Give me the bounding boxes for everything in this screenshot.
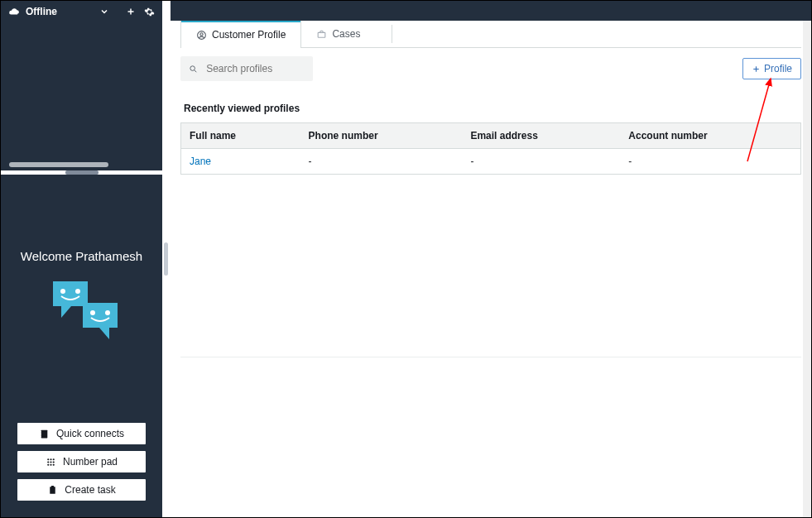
- agent-status-bar: Offline: [1, 1, 162, 22]
- search-profiles-field[interactable]: [180, 56, 313, 81]
- main-header-bar: [171, 1, 811, 21]
- svg-point-15: [53, 461, 55, 463]
- ccp-empty-area: [1, 22, 162, 170]
- plus-icon[interactable]: [124, 5, 137, 18]
- svg-rect-8: [41, 433, 41, 434]
- briefcase-icon: [316, 29, 327, 40]
- col-account: Account number: [620, 123, 800, 149]
- table-header-row: Full name Phone number Email address Acc…: [181, 123, 801, 149]
- vertical-scrollbar[interactable]: [803, 21, 811, 517]
- welcome-panel: Welcome Prathamesh: [1, 175, 162, 517]
- user-circle-icon: [196, 30, 207, 41]
- svg-point-24: [190, 65, 195, 70]
- horizontal-scrollbar[interactable]: [1, 162, 162, 167]
- svg-point-4: [90, 310, 95, 315]
- number-pad-label: Number pad: [63, 456, 118, 468]
- agent-sidebar: Offline Welcome Prathamesh: [1, 1, 162, 517]
- tab-customer-profile[interactable]: Customer Profile: [180, 21, 301, 48]
- svg-point-16: [47, 463, 49, 465]
- main-area: Customer Profile Cases Profile: [171, 1, 811, 517]
- svg-point-22: [200, 32, 203, 35]
- col-full-name: Full name: [181, 123, 300, 149]
- svg-rect-9: [41, 435, 41, 436]
- cell-account: -: [620, 149, 800, 175]
- cell-email: -: [462, 149, 620, 175]
- welcome-text: Welcome Prathamesh: [21, 249, 142, 263]
- profile-link[interactable]: Jane: [190, 156, 211, 167]
- clipboard-icon: [47, 485, 58, 496]
- cell-phone: -: [300, 149, 463, 175]
- svg-point-3: [75, 289, 80, 294]
- create-task-button[interactable]: Create task: [17, 479, 146, 501]
- profile-toolbar: Profile: [180, 48, 801, 88]
- add-profile-label: Profile: [764, 63, 792, 74]
- svg-point-14: [50, 461, 51, 463]
- app-frame: Offline Welcome Prathamesh: [0, 0, 812, 518]
- sidebar-buttons: Quick connects Number pad Create task: [1, 423, 162, 517]
- svg-point-11: [50, 458, 51, 460]
- divider-handle[interactable]: [164, 242, 168, 276]
- dialpad-icon: [46, 457, 56, 468]
- create-task-label: Create task: [65, 484, 115, 496]
- pane-divider[interactable]: [162, 1, 171, 517]
- svg-line-25: [195, 70, 196, 71]
- add-profile-button[interactable]: Profile: [742, 58, 801, 79]
- tab-divider: [392, 25, 392, 43]
- svg-point-2: [60, 289, 65, 294]
- profiles-table: Full name Phone number Email address Acc…: [180, 122, 801, 175]
- gear-icon[interactable]: [142, 5, 156, 18]
- svg-point-18: [53, 463, 55, 465]
- svg-point-17: [50, 463, 51, 465]
- svg-point-12: [53, 458, 55, 460]
- svg-rect-6: [41, 429, 48, 438]
- number-pad-button[interactable]: Number pad: [17, 451, 146, 472]
- tab-cases[interactable]: Cases: [301, 21, 375, 47]
- tab-customer-profile-label: Customer Profile: [212, 29, 286, 41]
- search-icon: [189, 64, 198, 74]
- plus-icon: [752, 65, 761, 74]
- table-row[interactable]: Jane - - -: [181, 149, 801, 175]
- svg-point-10: [47, 458, 49, 460]
- quick-connects-label: Quick connects: [56, 428, 124, 439]
- recently-viewed-title: Recently viewed profiles: [184, 103, 801, 114]
- cloud-icon: [7, 5, 21, 18]
- svg-point-5: [105, 310, 110, 315]
- tab-bar: Customer Profile Cases: [180, 21, 801, 48]
- agent-status-label[interactable]: Offline: [26, 6, 57, 17]
- chevron-down-icon[interactable]: [98, 5, 111, 18]
- svg-rect-23: [319, 32, 326, 37]
- svg-point-13: [47, 461, 49, 463]
- quick-connects-button[interactable]: Quick connects: [17, 423, 146, 444]
- tab-cases-label: Cases: [332, 28, 360, 40]
- content-divider: [180, 357, 801, 357]
- ccp-panel: Offline: [1, 1, 162, 175]
- search-input[interactable]: [204, 62, 305, 75]
- panel-resize-grip[interactable]: [65, 170, 98, 175]
- chat-illustration: [45, 278, 119, 336]
- contacts-icon: [39, 429, 50, 439]
- svg-rect-19: [50, 487, 56, 494]
- col-email: Email address: [462, 123, 620, 149]
- svg-rect-20: [51, 486, 54, 487]
- svg-rect-7: [41, 431, 41, 432]
- col-phone: Phone number: [300, 123, 463, 149]
